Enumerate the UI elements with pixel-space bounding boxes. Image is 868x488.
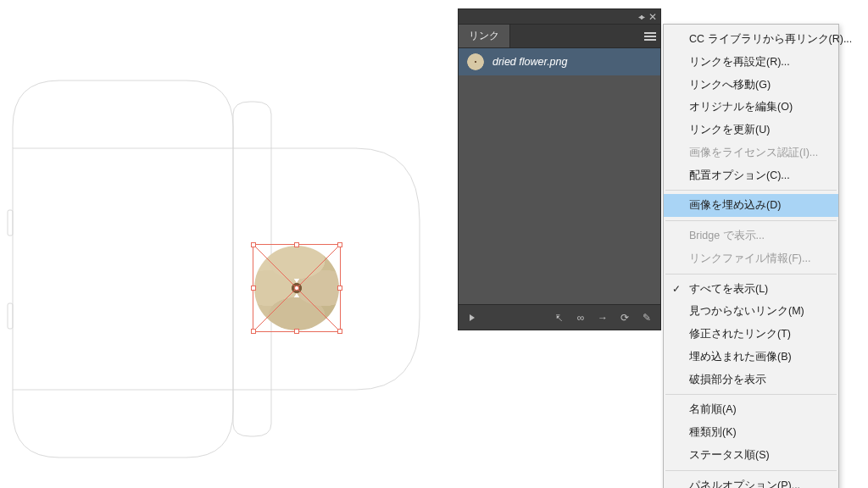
handle-br[interactable] [337, 329, 342, 334]
selection-bounding-box [253, 244, 341, 332]
menu-item-label: Bridge で表示... [689, 228, 765, 244]
menu-item-label: 配置オプション(C)... [689, 168, 790, 184]
menu-item-label: リンクファイル情報(F)... [689, 251, 810, 267]
links-panel: リンク dried flower.png ⭶ ∞ → ⟳ ✎ [458, 24, 661, 330]
menu-item-update[interactable]: リンクを更新(U) [664, 119, 838, 141]
menu-item-show_all[interactable]: すべてを表示(L) [664, 278, 838, 301]
handle-tr[interactable] [337, 242, 342, 247]
tab-links-label: リンク [469, 29, 499, 43]
menu-item-missing[interactable]: 見つからないリンク(M) [664, 300, 838, 323]
menu-item-sort_name[interactable]: 名前順(A) [664, 398, 838, 421]
menu-item-label: ステータス順(S) [689, 447, 770, 463]
handle-ml[interactable] [251, 286, 256, 291]
menu-item-label: 画像を埋め込み(D) [689, 197, 781, 214]
menu-item-label: リンクを再設定(R)... [689, 54, 790, 70]
edit-original-icon[interactable]: ✎ [640, 311, 654, 324]
tab-links[interactable]: リンク [459, 25, 510, 47]
menu-item-label: パネルオプション(P)... [689, 478, 800, 489]
menu-item-label: すべてを表示(L) [689, 281, 768, 297]
menu-item-damaged[interactable]: 破損部分を表示 [664, 369, 838, 391]
menu-item-panel_options[interactable]: パネルオプション(P)... [664, 474, 838, 489]
menu-item-edit_original[interactable]: オリジナルを編集(O) [664, 96, 838, 119]
menu-item-sort_status[interactable]: ステータス順(S) [664, 444, 838, 467]
menu-item-embed[interactable]: 画像を埋め込み(D) [664, 194, 838, 217]
menu-item-relink[interactable]: リンクを再設定(R)... [664, 51, 838, 74]
panel-footer: ⭶ ∞ → ⟳ ✎ [459, 304, 660, 330]
relink-icon[interactable]: ⭶ [552, 311, 565, 324]
panel-topbar: ◂▸ ✕ [458, 8, 661, 24]
close-icon[interactable]: ✕ [648, 12, 657, 22]
menu-item-label: 画像をライセンス認証(I)... [689, 145, 818, 161]
menu-item-license: 画像をライセンス認証(I)... [664, 141, 838, 164]
handle-tm[interactable] [294, 242, 299, 247]
link-icon[interactable]: ∞ [574, 311, 587, 324]
dieline-template [0, 0, 458, 488]
menu-item-place_options[interactable]: 配置オプション(C)... [664, 164, 838, 187]
menu-separator [665, 470, 837, 471]
menu-item-label: 修正されたリンク(T) [689, 326, 791, 342]
menu-item-file_info: リンクファイル情報(F)... [664, 247, 838, 270]
menu-item-label: 見つからないリンク(M) [689, 303, 804, 319]
goto-link-icon[interactable]: → [596, 311, 609, 324]
menu-separator [665, 220, 837, 221]
menu-item-label: 埋め込まれた画像(B) [689, 349, 792, 365]
panel-tabs: リンク [459, 25, 660, 48]
menu-item-goto[interactable]: リンクへ移動(G) [664, 74, 838, 97]
links-list: dried flower.png [459, 48, 660, 304]
hamburger-icon [644, 32, 656, 41]
svg-rect-0 [13, 148, 233, 390]
menu-item-label: 名前順(A) [689, 402, 737, 418]
menu-item-label: リンクへ移動(G) [689, 77, 771, 93]
menu-item-bridge: Bridge で表示... [664, 225, 838, 247]
update-link-icon[interactable]: ⟳ [618, 311, 632, 324]
link-thumbnail [467, 53, 484, 70]
menu-item-modified[interactable]: 修正されたリンク(T) [664, 323, 838, 346]
menu-separator [665, 190, 837, 191]
menu-item-relink_cc[interactable]: CC ライブラリから再リンク(R)... [664, 28, 838, 51]
link-row[interactable]: dried flower.png [459, 48, 660, 75]
menu-item-label: 破損部分を表示 [689, 372, 766, 388]
panel-flyout-menu: CC ライブラリから再リンク(R)...リンクを再設定(R)...リンクへ移動(… [663, 24, 839, 488]
link-filename: dried flower.png [492, 56, 567, 68]
menu-item-sort_kind[interactable]: 種類別(K) [664, 421, 838, 444]
handle-mr[interactable] [337, 286, 342, 291]
menu-item-label: CC ライブラリから再リンク(R)... [689, 31, 852, 47]
menu-item-label: オリジナルを編集(O) [689, 99, 793, 115]
svg-rect-3 [8, 303, 13, 329]
menu-separator [665, 394, 837, 395]
disclosure-icon[interactable] [465, 311, 479, 324]
handle-tl[interactable] [251, 242, 256, 247]
menu-separator [665, 274, 837, 274]
panel-flyout-menu-button[interactable] [640, 25, 660, 47]
placed-image[interactable] [254, 246, 339, 330]
svg-rect-2 [8, 210, 13, 236]
menu-item-label: リンクを更新(U) [689, 122, 770, 138]
collapse-icon[interactable]: ◂▸ [638, 12, 643, 21]
menu-item-embedded[interactable]: 埋め込まれた画像(B) [664, 346, 838, 369]
artboard[interactable] [0, 0, 458, 488]
handle-bl[interactable] [251, 329, 256, 334]
handle-center[interactable] [294, 286, 299, 291]
menu-item-label: 種類別(K) [689, 424, 737, 441]
handle-bm[interactable] [294, 329, 299, 334]
